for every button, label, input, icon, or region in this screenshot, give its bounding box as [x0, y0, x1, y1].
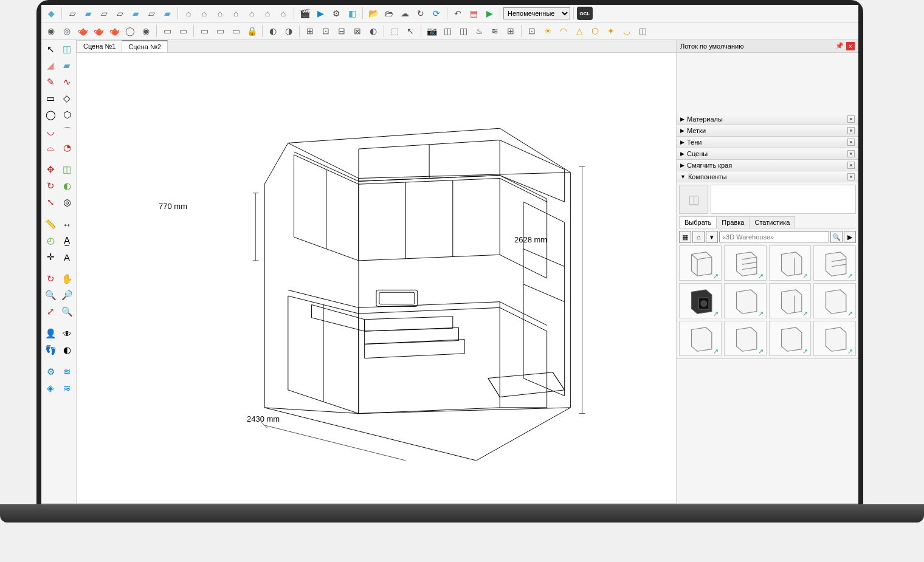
pushpull-tool[interactable]: ◫	[59, 162, 75, 177]
wire-3-icon[interactable]: ⊟	[334, 24, 349, 38]
cube-outline-icon[interactable]: ▱	[65, 6, 80, 21]
search-input[interactable]	[719, 231, 829, 242]
pencil-tool[interactable]: ✎	[43, 74, 58, 90]
chevron-down-icon[interactable]: ▾	[706, 231, 718, 243]
comp-item[interactable]: ↗	[679, 321, 722, 356]
cone-icon[interactable]: △	[572, 24, 587, 38]
component-description[interactable]	[711, 185, 856, 214]
panel-materials[interactable]: ▶Материалы×	[677, 114, 858, 125]
comp-item[interactable]: ↗	[813, 321, 856, 356]
section-tool[interactable]: ◐	[59, 342, 75, 358]
rectangle-tool[interactable]: ▭	[43, 91, 58, 106]
settings-icon[interactable]: ⚙	[329, 6, 343, 21]
tape-tool[interactable]: 📏	[43, 216, 58, 232]
cube-blue-icon[interactable]: ▰	[81, 6, 95, 21]
arc2-tool[interactable]: ⌒	[59, 123, 75, 139]
select-q-icon[interactable]: ⬚	[387, 24, 402, 38]
comp-tab-select[interactable]: Выбрать	[679, 216, 717, 228]
zoom-extents-tool[interactable]: ⤢	[43, 304, 58, 320]
cloud-up-icon[interactable]: ☁	[398, 6, 412, 21]
circle-1-icon[interactable]: ◯	[123, 24, 137, 38]
panel-components[interactable]: ▼Компоненты×	[677, 171, 858, 182]
axes-tool[interactable]: ✛	[43, 249, 58, 265]
refresh-icon[interactable]: ↻	[413, 6, 428, 21]
fire-icon[interactable]: ♨	[472, 24, 486, 38]
undo-icon[interactable]: ↶	[450, 6, 465, 21]
arc-icon[interactable]: ◡	[619, 24, 634, 38]
fog-icon[interactable]: ≋	[488, 24, 502, 38]
teapot-1-icon[interactable]: 🫖	[75, 24, 90, 38]
rot-rect-tool[interactable]: ◇	[59, 91, 75, 106]
pan-tool[interactable]: ✋	[59, 271, 75, 287]
house-5-icon[interactable]: ⌂	[244, 6, 259, 21]
house-6-icon[interactable]: ⌂	[260, 6, 275, 21]
tray-header[interactable]: Лоток по умолчанию 📌 ×	[677, 40, 858, 53]
panel-shadows[interactable]: ▶Тени×	[677, 137, 858, 148]
component-tool[interactable]: ◫	[59, 41, 75, 57]
comp-item[interactable]: ↗	[813, 245, 856, 281]
paint-tool[interactable]: ▰	[59, 58, 75, 74]
ext4-tool[interactable]: ≋	[59, 380, 75, 396]
close-icon[interactable]: ×	[847, 150, 855, 157]
circle-2-icon[interactable]: ◉	[139, 24, 153, 38]
move-tool[interactable]: ✥	[43, 162, 58, 177]
cube-4-icon[interactable]: ▰	[128, 6, 143, 21]
prev-view-tool[interactable]: 🔍	[59, 304, 75, 320]
forward-icon[interactable]: ▶	[844, 231, 856, 243]
ocl-badge[interactable]: OCL	[577, 7, 593, 20]
zoom-tool[interactable]: 🔍	[43, 287, 58, 303]
comp-item[interactable]: ↗	[724, 245, 767, 281]
cursor-tool-icon[interactable]: ↖	[403, 24, 418, 38]
circle-tool[interactable]: ◯	[43, 107, 58, 123]
comp-tab-stats[interactable]: Статистика	[749, 216, 795, 228]
close-icon[interactable]: ×	[847, 173, 855, 180]
comp-item[interactable]: ↗	[769, 321, 812, 356]
teapot-2-icon[interactable]: 🫖	[91, 24, 106, 38]
look-around-tool[interactable]: 👁	[59, 326, 75, 341]
wire-4-icon[interactable]: ⊠	[350, 24, 365, 38]
sun-icon[interactable]: ☀	[540, 24, 555, 38]
comp-item[interactable]: ↗	[679, 283, 722, 318]
spot-icon[interactable]: ⬡	[588, 24, 602, 38]
3dtext-tool[interactable]: A	[59, 249, 75, 265]
house-4-icon[interactable]: ⌂	[229, 6, 243, 21]
star-icon[interactable]: ✦	[604, 24, 618, 38]
box-ext-icon[interactable]: ◫	[635, 24, 650, 38]
house-7-icon[interactable]: ⌂	[276, 6, 291, 21]
geo-1-icon[interactable]: ◐	[266, 24, 280, 38]
orbit-tool[interactable]: ↻	[43, 271, 58, 287]
box-2-tool-icon[interactable]: ◫	[456, 24, 471, 38]
home-icon[interactable]: ⌂	[692, 231, 705, 243]
comp-item[interactable]: ↗	[679, 245, 722, 281]
close-icon[interactable]: ×	[847, 139, 855, 146]
polygon-tool[interactable]: ⬡	[59, 107, 75, 123]
panel-soften[interactable]: ▶Смягчить края×	[677, 160, 858, 171]
freehand-tool[interactable]: ∿	[59, 74, 75, 90]
geo-2-icon[interactable]: ◑	[281, 24, 296, 38]
cloud-icon[interactable]: ⟳	[429, 6, 444, 21]
box-tool-icon[interactable]: ◫	[440, 24, 455, 38]
go-green-icon[interactable]: ▶	[482, 6, 497, 21]
light-2-icon[interactable]: ▭	[176, 24, 190, 38]
walk-tool[interactable]: 👣	[43, 342, 58, 358]
folder-open-icon[interactable]: 📂	[366, 6, 381, 21]
panel-3-icon[interactable]: ▭	[229, 24, 243, 38]
ext1-tool[interactable]: ⚙	[43, 364, 58, 380]
cube-2-icon[interactable]: ▱	[97, 6, 111, 21]
view-mode-icon[interactable]: ▦	[679, 231, 691, 243]
position-camera-tool[interactable]: 👤	[43, 326, 58, 341]
arc-tool[interactable]: ◡	[43, 123, 58, 139]
tab-scene-2[interactable]: Сцена №2	[122, 40, 167, 52]
house-3-icon[interactable]: ⌂	[213, 6, 227, 21]
clapper-icon[interactable]: 🎬	[297, 6, 312, 21]
ext3-tool[interactable]: ◈	[43, 380, 58, 396]
wire-2-icon[interactable]: ⊡	[319, 24, 333, 38]
ext2-tool[interactable]: ≋	[59, 364, 75, 380]
scale-tool[interactable]: ⤡	[43, 194, 58, 210]
comp-item[interactable]: ↗	[724, 321, 767, 356]
rotate-tool[interactable]: ↻	[43, 178, 58, 194]
layers-dropdown[interactable]: Непомеченные	[503, 7, 570, 19]
followme-tool[interactable]: ◐	[59, 178, 75, 194]
panel-2-icon[interactable]: ▭	[213, 24, 227, 38]
search-icon[interactable]: 🔍	[830, 231, 843, 243]
